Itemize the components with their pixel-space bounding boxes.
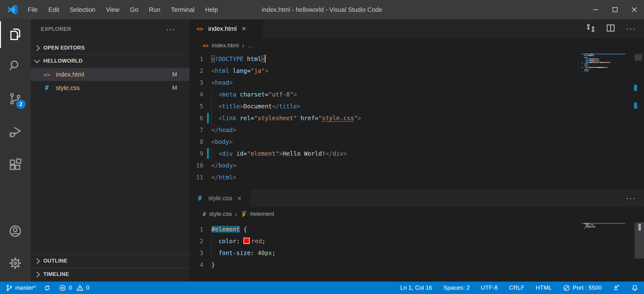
menu-help[interactable]: Help: [200, 0, 223, 19]
menu-go[interactable]: Go: [125, 0, 144, 19]
minimap-line: [584, 226, 595, 227]
code-line[interactable]: 5 <title>Document</title>: [190, 100, 579, 112]
notifications-bell-icon[interactable]: [631, 284, 638, 292]
errors-icon: [59, 284, 66, 292]
menu-terminal[interactable]: Terminal: [166, 0, 200, 19]
code-line[interactable]: 4}: [190, 259, 579, 271]
code-text: }: [211, 259, 215, 271]
minimap-line: [584, 69, 589, 70]
menu-file[interactable]: File: [22, 0, 43, 19]
minimap-line: [584, 64, 589, 64]
sidebar-more-actions[interactable]: ···: [166, 24, 176, 35]
menu-run[interactable]: Run: [144, 0, 166, 19]
minimap-pane1[interactable]: [582, 54, 625, 74]
html-file-icon: <>: [195, 26, 204, 32]
git-branch-status[interactable]: master*: [6, 284, 36, 292]
code-editor-index-html[interactable]: 1<!DOCTYPE html>2<html lang="ja">3<head>…: [190, 53, 579, 190]
tab-close-icon[interactable]: ×: [237, 195, 242, 202]
eol-status[interactable]: CRLF: [509, 284, 525, 291]
file-item-style-css[interactable]: # style.css M: [31, 81, 190, 94]
breadcrumb-separator: ›: [242, 42, 244, 49]
settings-gear-icon[interactable]: [0, 250, 31, 277]
code-text: </html>: [211, 171, 236, 183]
minimize-button[interactable]: [586, 0, 605, 19]
code-line[interactable]: 3 font-size: 40px;: [190, 247, 579, 259]
breadcrumb-separator: ›: [235, 210, 238, 218]
menu-edit[interactable]: Edit: [43, 0, 64, 19]
more-actions-icon[interactable]: ···: [626, 193, 636, 203]
account-icon[interactable]: [0, 218, 31, 244]
code-line[interactable]: 6 <link rel="stylesheet" href="style.css…: [190, 112, 579, 124]
code-line[interactable]: 7</head>: [190, 124, 579, 136]
menu-bar: File Edit Selection View Go Run Terminal…: [22, 0, 223, 19]
split-editor-icon[interactable]: [606, 23, 615, 34]
line-number: 11: [190, 171, 203, 183]
timeline-section[interactable]: TIMELINE: [31, 268, 190, 281]
sidebar-title: EXPLORER: [41, 26, 71, 32]
encoding-status[interactable]: UTF-8: [481, 284, 498, 291]
close-button[interactable]: [625, 0, 644, 19]
problems-status[interactable]: 0 0: [59, 284, 89, 292]
menu-view[interactable]: View: [101, 0, 125, 19]
source-control-icon[interactable]: 2: [0, 85, 31, 112]
code-line[interactable]: 11</html>: [190, 171, 579, 183]
scrollbar-thumb[interactable]: [635, 54, 642, 61]
open-editors-section[interactable]: OPEN EDITORS: [31, 42, 190, 54]
breadcrumb-pane1: <> index.html › …: [190, 38, 644, 53]
file-item-index-html[interactable]: <> index.html M: [31, 68, 190, 81]
language-mode-status[interactable]: HTML: [536, 284, 552, 291]
code-line[interactable]: 10</body>: [190, 159, 579, 171]
breadcrumb-item-symbol[interactable]: …: [248, 42, 253, 49]
code-line[interactable]: 1<!DOCTYPE html>: [190, 53, 579, 65]
text-cursor: [265, 55, 266, 63]
gutter-modified-indicator: [207, 148, 209, 159]
code-text: </body>: [211, 159, 236, 171]
breadcrumb-item-file[interactable]: index.html: [212, 42, 239, 49]
indentation-status[interactable]: Spaces: 2: [443, 284, 470, 291]
code-line[interactable]: 8<body>: [190, 136, 579, 148]
feedback-icon[interactable]: [613, 284, 620, 292]
minimap-pane2[interactable]: [582, 223, 625, 231]
maximize-button[interactable]: [605, 0, 625, 19]
code-editor-style-css[interactable]: 1#element {2 color: red;3 font-size: 40p…: [190, 223, 579, 273]
folder-section-helloworld[interactable]: HELLOWORLD: [31, 55, 190, 67]
code-line[interactable]: 2 color: red;: [190, 235, 579, 247]
run-debug-icon[interactable]: [0, 118, 31, 145]
menu-selection[interactable]: Selection: [65, 0, 101, 19]
code-line[interactable]: 9 <div id="element">Hello World!</div>: [190, 148, 579, 159]
live-server-port-status[interactable]: Port : 5500: [563, 284, 602, 292]
tab-close-icon[interactable]: ×: [242, 25, 246, 32]
open-editors-label: OPEN EDITORS: [43, 45, 85, 51]
sync-status[interactable]: [44, 284, 51, 292]
tab-index-html[interactable]: <> index.html ×: [190, 19, 263, 38]
window-title: index.html - helloworld - Visual Studio …: [262, 6, 382, 13]
css-file-icon: #: [195, 195, 204, 202]
chevron-right-icon: [34, 258, 40, 264]
open-changes-icon[interactable]: [586, 23, 595, 34]
code-line[interactable]: 1#element {: [190, 223, 579, 235]
code-line[interactable]: 2<html lang="ja">: [190, 65, 579, 77]
color-swatch[interactable]: [243, 238, 250, 244]
outline-section[interactable]: OUTLINE: [31, 254, 190, 267]
line-number: 4: [190, 259, 203, 271]
minimap-modified-mark: [582, 62, 583, 63]
line-number: 5: [190, 100, 203, 112]
extensions-icon[interactable]: [0, 151, 31, 178]
code-text: <meta charset="utf-8">: [211, 88, 297, 100]
cursor-position-status[interactable]: Ln 1, Col 16: [400, 284, 432, 291]
tab-style-css[interactable]: # style.css ×: [190, 190, 251, 207]
file-name: style.css: [56, 84, 80, 92]
minimap-line: [584, 225, 594, 225]
line-number: 1: [190, 53, 203, 65]
search-icon[interactable]: [0, 52, 31, 79]
breadcrumb-item-symbol[interactable]: #element: [250, 211, 274, 217]
code-text: <link rel="stylesheet" href="style.css">: [211, 112, 361, 124]
code-line[interactable]: 4 <meta charset="utf-8">: [190, 88, 579, 100]
timeline-label: TIMELINE: [43, 271, 69, 277]
more-actions-icon[interactable]: ···: [626, 24, 636, 34]
breadcrumb-item-file[interactable]: style.css: [209, 211, 232, 217]
code-line[interactable]: 3<head>: [190, 77, 579, 88]
circle-slash-icon: [563, 284, 570, 292]
git-modified-badge: M: [172, 84, 177, 91]
explorer-icon[interactable]: [0, 21, 31, 48]
